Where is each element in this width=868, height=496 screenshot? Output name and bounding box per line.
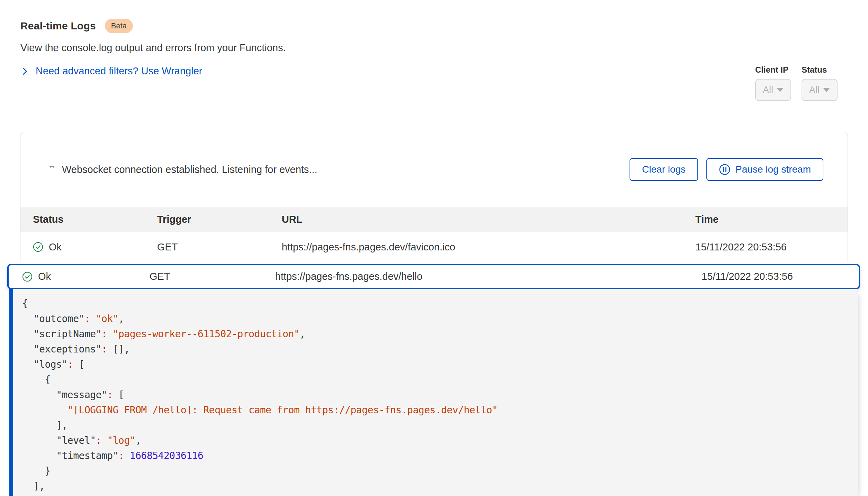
row-trigger: GET [150, 271, 275, 282]
stream-status-bar: Websocket connection established. Listen… [20, 132, 848, 207]
status-filter-label: Status [802, 65, 838, 75]
status-ok-icon [22, 272, 33, 282]
clear-logs-label: Clear logs [642, 164, 686, 175]
column-header-time: Time [695, 214, 848, 225]
row-status: Ok [49, 241, 62, 253]
log-json: { "outcome": "ok", "scriptName": "pages-… [13, 289, 858, 494]
table-row-selected[interactable]: Ok GET https://pages-fns.pages.dev/hello… [7, 264, 860, 289]
log-filters: Client IP All Status All [755, 65, 838, 101]
wrangler-link[interactable]: Need advanced filters? Use Wrangler [20, 65, 286, 77]
row-status: Ok [38, 271, 51, 282]
row-url: https://pages-fns.pages.dev/hello [275, 271, 702, 282]
column-header-status: Status [33, 214, 157, 225]
row-time: 15/11/2022 20:53:56 [702, 271, 859, 282]
stream-status-message: Websocket connection established. Listen… [62, 164, 317, 175]
status-ok-icon [33, 242, 43, 252]
logs-card: Websocket connection established. Listen… [20, 132, 848, 262]
expanded-log-entry: Ok GET https://pages-fns.pages.dev/hello… [7, 264, 860, 496]
column-header-url: URL [282, 214, 695, 225]
spinner-icon [48, 166, 56, 173]
row-url: https://pages-fns.pages.dev/favicon.ico [282, 241, 695, 253]
table-row[interactable]: Ok GET https://pages-fns.pages.dev/favic… [20, 232, 848, 262]
status-filter-dropdown[interactable]: All [802, 79, 838, 101]
page-title: Real-time Logs [20, 20, 96, 32]
pause-icon [719, 164, 731, 175]
row-time: 15/11/2022 20:53:56 [695, 241, 848, 253]
pause-log-stream-button[interactable]: Pause log stream [706, 158, 823, 181]
log-detail-panel: { "outcome": "ok", "scriptName": "pages-… [9, 289, 858, 496]
chevron-right-icon [20, 67, 29, 76]
pause-log-stream-label: Pause log stream [735, 164, 811, 175]
wrangler-link-label: Need advanced filters? Use Wrangler [36, 65, 202, 77]
page-header: Real-time Logs Beta View the console.log… [20, 19, 286, 77]
status-filter-value: All [809, 85, 820, 95]
client-ip-filter-dropdown[interactable]: All [755, 79, 791, 101]
caret-down-icon [823, 88, 830, 92]
table-header: Status Trigger URL Time [20, 207, 848, 232]
client-ip-filter-value: All [763, 85, 773, 95]
caret-down-icon [777, 88, 784, 92]
column-header-trigger: Trigger [157, 214, 282, 225]
clear-logs-button[interactable]: Clear logs [630, 158, 698, 181]
page-subtitle: View the console.log output and errors f… [20, 42, 286, 54]
beta-badge: Beta [105, 19, 133, 33]
row-trigger: GET [157, 241, 282, 253]
client-ip-filter-label: Client IP [755, 65, 791, 75]
